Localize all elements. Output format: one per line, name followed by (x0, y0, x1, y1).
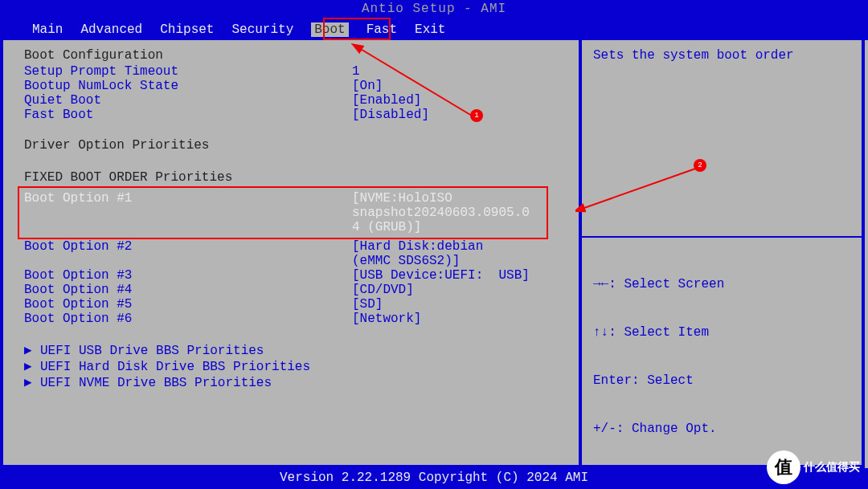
boot-option-1-value: [NVME:HoloISO (352, 191, 452, 206)
right-panel: Sets the system boot order →←: Select Sc… (579, 40, 865, 468)
help-keys: →←: Select Screen ↑↓: Select Item Enter:… (593, 244, 763, 489)
option-numlock[interactable]: Bootup NumLock State [On] (24, 79, 558, 93)
menu-chipset[interactable]: Chipset (160, 22, 214, 37)
watermark-icon: 值 (767, 450, 800, 484)
arrow-icon: ▶ (24, 358, 40, 374)
help-divider (582, 236, 862, 238)
left-panel: Boot Configuration Setup Prompt Timeout … (0, 40, 579, 468)
help-select-screen: →←: Select Screen (593, 276, 763, 292)
section-boot-config: Boot Configuration (24, 48, 558, 63)
section-driver-priorities: Driver Option Priorities (24, 138, 558, 153)
menu-main[interactable]: Main (32, 22, 63, 37)
title-bar: Antio Setup - AMI (0, 0, 868, 19)
arrow-icon: ▶ (24, 374, 40, 390)
watermark: 值 什么值得买 (767, 450, 860, 484)
boot-option-5[interactable]: Boot Option #5 [SD] (24, 297, 558, 312)
bbs-nvme[interactable]: ▶UEFI NVME Drive BBS Priorities (24, 374, 558, 390)
section-fixed-boot: FIXED BOOT ORDER Priorities (24, 170, 558, 185)
help-select-item: ↑↓: Select Item (593, 324, 763, 340)
watermark-text: 什么值得买 (804, 460, 860, 475)
bbs-hdd[interactable]: ▶UEFI Hard Disk Drive BBS Priorities (24, 358, 558, 374)
help-title: Sets the system boot order (593, 48, 850, 63)
boot-option-3[interactable]: Boot Option #3 [USB Device:UEFI: USB] (24, 268, 558, 283)
arrow-icon: ▶ (24, 342, 40, 358)
menu-exit[interactable]: Exit (415, 22, 445, 37)
boot-option-2[interactable]: Boot Option #2 [Hard Disk:debian (24, 239, 558, 254)
help-change: +/-: Change Opt. (593, 421, 763, 437)
option-quiet-boot[interactable]: Quiet Boot [Enabled] (24, 93, 558, 108)
option-setup-prompt[interactable]: Setup Prompt Timeout 1 (24, 64, 558, 79)
annotation-number-1: 1 (470, 109, 483, 122)
boot-option-6[interactable]: Boot Option #6 [Network] (24, 312, 558, 326)
boot-option-1-label: Boot Option #1 (24, 191, 352, 206)
menu-security[interactable]: Security (231, 22, 293, 37)
annotation-boot-highlight (323, 18, 391, 40)
boot-option-1-highlight[interactable]: Boot Option #1 [NVME:HoloISO snapshot202… (18, 186, 548, 239)
menu-advanced[interactable]: Advanced (80, 22, 142, 37)
footer-version: Version 2.22.1289 Copyright (C) 2024 AMI (0, 468, 868, 489)
help-enter: Enter: Select (593, 373, 763, 389)
bbs-usb[interactable]: ▶UEFI USB Drive BBS Priorities (24, 342, 558, 358)
boot-option-4[interactable]: Boot Option #4 [CD/DVD] (24, 283, 558, 297)
annotation-number-2: 2 (694, 159, 706, 172)
menu-bar: Main Advanced Chipset Security Boot Fast… (0, 19, 868, 40)
